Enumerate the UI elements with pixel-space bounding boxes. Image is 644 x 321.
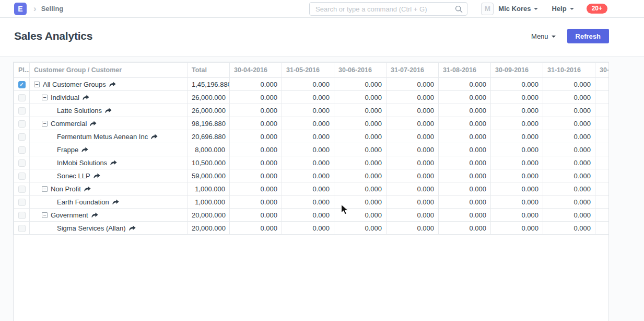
- value-cell: 0.000: [439, 78, 491, 91]
- open-link-arrow-icon[interactable]: [90, 121, 97, 127]
- plot-checkbox-cell: [14, 117, 30, 130]
- value-cell: 0.000: [230, 222, 282, 235]
- total-cell: 1,000.000: [188, 182, 230, 196]
- total-cell: 1,000.000: [188, 196, 230, 209]
- checkbox-unchecked[interactable]: [18, 173, 26, 180]
- value-cell: 0.000: [491, 130, 543, 143]
- collapse-minus-icon[interactable]: −: [34, 82, 40, 87]
- row-label[interactable]: Government: [51, 211, 88, 219]
- value-cell: 0.000: [334, 130, 387, 143]
- customer-name-cell: InMobi Solutions: [30, 156, 188, 169]
- menu-label: Menu: [531, 32, 548, 40]
- checkbox-unchecked[interactable]: [18, 199, 26, 206]
- open-link-arrow-icon[interactable]: [81, 147, 88, 153]
- table-row: −Non Profit1,000.0000.0000.0000.0000.000…: [14, 182, 610, 196]
- open-link-arrow-icon[interactable]: [110, 160, 117, 166]
- row-label[interactable]: Commercial: [51, 120, 87, 128]
- value-cell: 0.000: [491, 182, 543, 196]
- checkbox-unchecked[interactable]: [18, 146, 26, 154]
- open-link-arrow-icon[interactable]: [93, 173, 100, 179]
- col-header-plot[interactable]: Pl...: [14, 63, 30, 78]
- col-header-date[interactable]: 30-06-2016: [334, 63, 387, 78]
- col-header-customer-group[interactable]: Customer Group / Customer: [30, 63, 188, 78]
- user-name-label: Mic Kores: [498, 5, 531, 13]
- value-cell: 0.000: [230, 209, 282, 222]
- help-menu[interactable]: Help: [552, 5, 573, 13]
- value-cell: 0.000: [387, 196, 439, 209]
- row-label[interactable]: Frappe: [57, 146, 78, 154]
- col-header-date[interactable]: 31-05-2016: [282, 63, 334, 78]
- row-label[interactable]: Non Profit: [51, 185, 81, 193]
- open-link-arrow-icon[interactable]: [151, 134, 158, 140]
- checkbox-unchecked[interactable]: [18, 225, 26, 232]
- value-cell: 0.000: [543, 209, 595, 222]
- value-cell: 0.000: [439, 209, 491, 222]
- help-label: Help: [552, 5, 566, 13]
- value-cell: 0.000: [491, 196, 543, 209]
- checkbox-unchecked[interactable]: [18, 212, 26, 219]
- row-label[interactable]: Fermentum Metus Aenean Inc: [57, 133, 148, 141]
- row-label[interactable]: InMobi Solutions: [57, 159, 107, 167]
- value-cell: 0.000: [387, 117, 439, 130]
- value-cell: 0.000: [387, 130, 439, 143]
- checkbox-checked[interactable]: ✓: [18, 81, 26, 88]
- value-cell-clipped: [595, 169, 610, 182]
- value-cell: 0.000: [439, 91, 491, 104]
- col-header-total[interactable]: Total: [188, 63, 230, 78]
- open-link-arrow-icon[interactable]: [91, 212, 98, 218]
- col-header-date[interactable]: 30-04-2016: [230, 63, 282, 78]
- checkbox-unchecked[interactable]: [18, 120, 26, 128]
- row-label[interactable]: Sigma Services (Allan): [57, 224, 126, 232]
- analytics-table: Pl...Customer Group / CustomerTotal30-04…: [14, 62, 609, 235]
- open-link-arrow-icon[interactable]: [83, 95, 89, 100]
- refresh-button[interactable]: Refresh: [567, 29, 609, 43]
- checkbox-unchecked[interactable]: [18, 107, 26, 114]
- row-label[interactable]: Latte Solutions: [57, 107, 102, 114]
- col-header-date[interactable]: 31-07-2016: [387, 63, 439, 78]
- value-cell: 0.000: [230, 78, 282, 91]
- notifications-badge[interactable]: 20+: [587, 4, 607, 14]
- value-cell: 0.000: [334, 182, 387, 196]
- value-cell: 0.000: [543, 117, 595, 130]
- total-cell: 10,500.000: [188, 156, 230, 169]
- checkbox-unchecked[interactable]: [18, 94, 26, 101]
- value-cell: 0.000: [491, 143, 543, 156]
- value-cell: 0.000: [439, 182, 491, 196]
- user-menu[interactable]: Mic Kores: [498, 5, 538, 13]
- open-link-arrow-icon[interactable]: [109, 82, 116, 87]
- menu-dropdown[interactable]: Menu: [531, 32, 556, 40]
- breadcrumb[interactable]: Selling: [41, 5, 64, 13]
- row-label[interactable]: All Customer Groups: [43, 81, 106, 88]
- collapse-minus-icon[interactable]: −: [42, 121, 48, 127]
- value-cell-clipped: [595, 143, 610, 156]
- row-label[interactable]: Earth Foundation: [57, 198, 109, 206]
- plot-checkbox-cell: ✓: [14, 78, 30, 91]
- col-header-date[interactable]: 31-08-2016: [439, 63, 491, 78]
- avatar[interactable]: M: [481, 3, 494, 15]
- checkbox-unchecked[interactable]: [18, 159, 26, 167]
- collapse-minus-icon[interactable]: −: [42, 186, 48, 192]
- open-link-arrow-icon[interactable]: [84, 186, 91, 192]
- col-header-date[interactable]: 31-10-2016: [543, 63, 595, 78]
- open-link-arrow-icon[interactable]: [105, 108, 112, 113]
- value-cell: 0.000: [543, 182, 595, 196]
- plot-checkbox-cell: [14, 222, 30, 235]
- app-logo[interactable]: E: [14, 3, 27, 15]
- collapse-minus-icon[interactable]: −: [42, 212, 48, 218]
- open-link-arrow-icon[interactable]: [112, 199, 119, 205]
- value-cell: 0.000: [543, 156, 595, 169]
- customer-name-cell: Fermentum Metus Aenean Inc: [30, 130, 188, 143]
- collapse-minus-icon[interactable]: −: [42, 95, 48, 100]
- row-label[interactable]: Individual: [51, 94, 79, 101]
- checkbox-unchecked[interactable]: [18, 186, 26, 193]
- row-label[interactable]: Sonec LLP: [57, 172, 90, 180]
- col-header-date[interactable]: 30-1: [595, 63, 610, 78]
- total-cell: 8,000.000: [188, 143, 230, 156]
- checkbox-unchecked[interactable]: [18, 133, 26, 141]
- total-cell: 20,000.000: [188, 222, 230, 235]
- col-header-date[interactable]: 30-09-2016: [491, 63, 543, 78]
- search-input[interactable]: [309, 2, 467, 16]
- navbar-left: E › Selling: [14, 0, 63, 17]
- open-link-arrow-icon[interactable]: [129, 225, 136, 231]
- page-actions: Menu Refresh: [531, 29, 609, 43]
